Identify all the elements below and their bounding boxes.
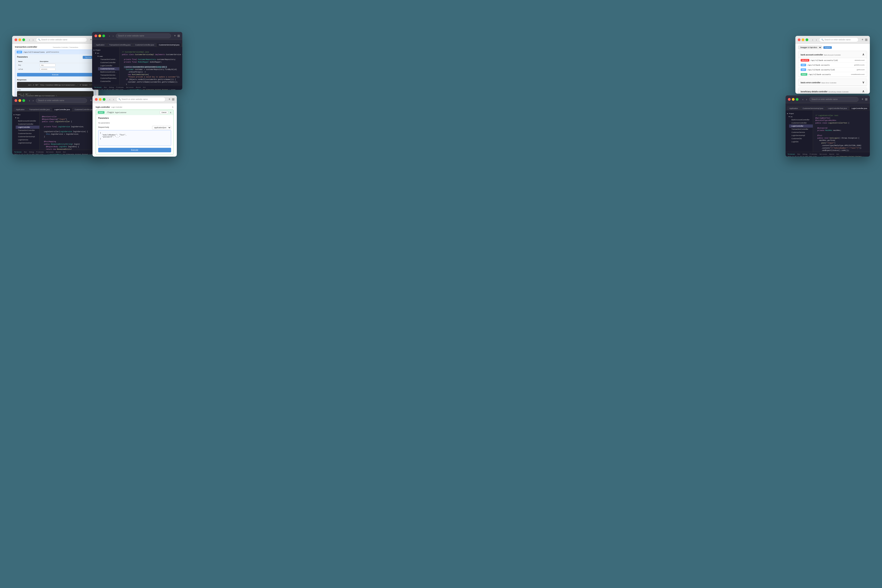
sidebar-login[interactable]: LoginController (98, 64, 119, 67)
bl-services-tab[interactable]: Services (46, 151, 54, 153)
build-tab[interactable]: Build (136, 86, 141, 88)
explore-btn[interactable]: Explore (824, 46, 832, 49)
br-build-tab[interactable]: Build (830, 153, 834, 155)
br-plus[interactable]: + (862, 98, 863, 101)
bank-collapse[interactable]: ∧ (862, 52, 864, 56)
bl-sidebar-item-3[interactable]: TransactionController (16, 129, 39, 132)
services-tab[interactable]: Services (126, 86, 134, 88)
br-run-tab[interactable]: Run (797, 153, 800, 155)
br-item-5[interactable]: LoginServiceImpl (789, 134, 813, 137)
folder-project[interactable]: ▸Project (92, 48, 119, 51)
addr-top-right[interactable]: 🔍 Search or enter website name (819, 38, 858, 42)
max-btn[interactable] (102, 34, 105, 37)
bl-close[interactable] (15, 99, 17, 102)
bl-fwd[interactable]: › (32, 99, 34, 102)
bl-sidebar-item-5[interactable]: CustomerServiceImpl (16, 135, 39, 138)
bl-sidebar-item-6[interactable]: LoginService (16, 138, 39, 141)
br-src-folder[interactable]: ▾src (787, 115, 813, 118)
back-btn[interactable]: ‹ (108, 34, 111, 38)
tab-customer-controller[interactable]: CustomerController.java (133, 43, 156, 46)
bl-run-tab[interactable]: Run (24, 151, 27, 153)
new-tab-icon[interactable]: + (90, 38, 92, 42)
maximize-button[interactable] (22, 38, 25, 41)
br-item-3[interactable]: TransactionController (789, 128, 813, 131)
execute-button[interactable]: Execute (17, 73, 93, 76)
addr-bc[interactable]: 🔍 Search or enter website name (116, 97, 165, 102)
tab-customer-service[interactable]: CustomerServiceImpl.java (157, 43, 182, 46)
tab-app-bl[interactable]: Application (14, 108, 27, 111)
execute-login-btn[interactable]: Execute (98, 148, 171, 152)
tab-csi-br[interactable]: CustomerServiceImpl.java (801, 106, 825, 110)
tr-max[interactable] (806, 38, 808, 41)
addr-bl[interactable]: Search or enter website name (36, 98, 87, 103)
tab-lc-br[interactable]: LoginController.java (849, 106, 870, 110)
bc-close[interactable] (95, 98, 98, 101)
add-tab[interactable]: + (862, 38, 863, 42)
br-min[interactable] (792, 98, 795, 101)
tab-cust-bl[interactable]: CustomerController.java (72, 108, 96, 111)
br-item-2[interactable]: CustomerController (789, 122, 813, 124)
tab-app-br[interactable]: Application (787, 106, 800, 110)
bl-terminal-tab[interactable]: Terminal (14, 151, 21, 153)
br-max[interactable] (796, 98, 798, 101)
tr-close[interactable] (798, 38, 801, 41)
bl-sidebar-item-1[interactable]: BankAccountController (16, 119, 39, 123)
run-tab[interactable]: Run (104, 86, 106, 88)
sidebar-customer[interactable]: CustomerController (98, 61, 119, 64)
br-item-7[interactable]: LoginDto (789, 140, 813, 143)
bl-plus[interactable]: + (90, 99, 92, 102)
tab-login-bl[interactable]: LoginController.java (52, 108, 72, 111)
bc-min[interactable] (99, 98, 102, 101)
bl-max[interactable] (22, 99, 25, 102)
folder-main[interactable]: ▾main (96, 55, 119, 58)
tab-trans-bl[interactable]: TransactionController.java (27, 108, 52, 111)
fwd-icon[interactable]: › (815, 38, 818, 42)
nav-forward[interactable]: › (32, 38, 34, 42)
tr-min[interactable] (802, 38, 804, 41)
br-terminal-tab[interactable]: Terminal (788, 153, 795, 155)
close-button[interactable] (15, 38, 17, 41)
bc-fwd[interactable]: › (112, 98, 115, 101)
endpoint-get-account[interactable]: GET /api/v1/bank-accounts/{id} getAccoun… (798, 68, 867, 72)
bl-sidebar-item-7[interactable]: LoginServiceImpl (16, 141, 39, 144)
beneficiary-header[interactable]: beneficiary-details-controller Beneficia… (798, 88, 867, 94)
folder-src[interactable]: ▾src (94, 51, 119, 55)
addr-br[interactable]: Search or enter website name (809, 97, 858, 102)
br-fwd[interactable]: › (806, 98, 808, 101)
address-bar-center[interactable]: Search or enter website name (116, 33, 171, 38)
br-close[interactable] (788, 98, 790, 101)
cancel-btn[interactable]: Cancel (160, 111, 168, 114)
tab-transaction-controller[interactable]: TransactionControlling.java (107, 43, 133, 46)
br-services-tab[interactable]: Services (819, 153, 827, 155)
sidebar-customer-service[interactable]: CustomerServiceImpl (98, 67, 119, 70)
back-icon[interactable]: ‹ (812, 38, 814, 42)
bl-debug-tab[interactable]: Debug (29, 151, 34, 153)
close-btn[interactable] (94, 34, 97, 37)
sidebar-bank[interactable]: BankAccountController (98, 70, 119, 74)
error-expand[interactable]: ∨ (862, 80, 864, 84)
bl-src-folder[interactable]: ▾src (14, 116, 39, 119)
br-login-selected[interactable]: LoginController (789, 124, 813, 128)
minimize-button[interactable] (18, 38, 21, 41)
br-item-1[interactable]: BankAccountController (789, 118, 813, 122)
endpoint-create-account[interactable]: POST /api/v1/bank-accounts createBankAcc… (798, 72, 867, 77)
bc-plus[interactable]: + (168, 98, 170, 101)
br-debug-tab[interactable]: Debug (802, 153, 807, 155)
bc-grid[interactable]: ⊞ (172, 98, 174, 101)
br-item-4[interactable]: CustomerService (789, 131, 813, 134)
request-body-editor[interactable]: { "mobileNumber": "Test", "password": ".… (98, 130, 171, 146)
tab-lctest-br[interactable]: LoginControllerTest.java (826, 106, 849, 110)
bl-problems-tab[interactable]: Problems (36, 151, 44, 153)
basic-error-header[interactable]: basic-error-controller Basic Error Contr… (798, 79, 867, 86)
endpoint-get-accounts[interactable]: GET /api/v1/bank-accounts getAllAccounts (798, 63, 867, 68)
bl-back[interactable]: ‹ (28, 99, 31, 102)
bc-max[interactable] (103, 98, 105, 101)
fwd-btn[interactable]: › (112, 34, 114, 38)
git-tab[interactable]: Git (143, 86, 146, 88)
bl-build-tab[interactable]: Build (56, 151, 61, 153)
bl-sidebar-item-4[interactable]: CustomerService (16, 132, 39, 135)
sidebar-transaction-service[interactable]: TransactionService (98, 74, 119, 76)
login-expand-icon[interactable]: ∧ (170, 111, 171, 114)
copy-tabs[interactable]: ⊞ (865, 38, 867, 42)
endpoint-delete-account[interactable]: DELETE /api/v1/bank-accounts/{id} delete… (798, 58, 867, 63)
